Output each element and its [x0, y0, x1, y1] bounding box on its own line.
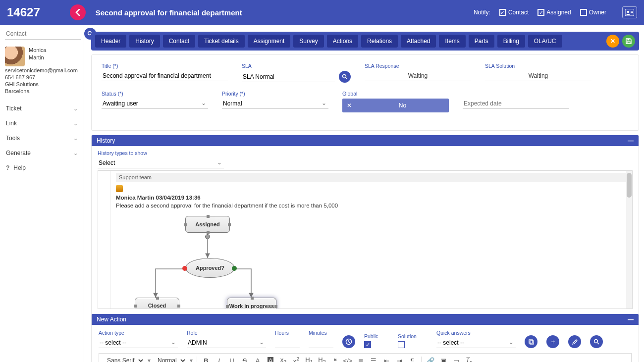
notify-contact-toggle[interactable]: Contact	[499, 9, 529, 16]
global-label: Global	[342, 91, 449, 97]
notify-assigned-toggle[interactable]: Assigned	[537, 9, 571, 16]
sidebar-item-help[interactable]: ?Help	[0, 160, 84, 175]
global-toggle[interactable]: ✕ No	[342, 99, 449, 112]
workflow-node-decision[interactable]: Approved?	[185, 258, 235, 278]
priority-select[interactable]	[222, 99, 328, 109]
code-button[interactable]: </>	[343, 356, 353, 362]
font-color-icon: A	[256, 357, 260, 362]
image-button[interactable]: ▣	[438, 356, 448, 362]
history-types-select[interactable]	[98, 158, 224, 168]
chevron-left-icon	[75, 9, 80, 16]
strike-button[interactable]: S	[240, 356, 250, 362]
history-section-title: History	[97, 137, 115, 144]
font-color-button[interactable]: A	[253, 356, 263, 362]
highlight-button[interactable]: A	[266, 356, 275, 362]
ordered-list-button[interactable]: ≣	[356, 356, 366, 362]
title-input[interactable]	[102, 71, 228, 81]
tab-attached[interactable]: Attached	[401, 35, 436, 48]
indent-button[interactable]: ⇥	[394, 356, 404, 362]
action-type-select[interactable]	[99, 338, 178, 348]
minutes-input[interactable]	[309, 338, 333, 348]
quick-answers-select[interactable]	[436, 338, 516, 348]
svg-rect-6	[627, 42, 630, 43]
save-button[interactable]	[622, 35, 635, 48]
back-button[interactable]	[70, 4, 86, 20]
history-scroll[interactable]: Support team Monica Martin 03/04/2019 13…	[98, 170, 633, 309]
sidebar-item-generate[interactable]: Generate⌄	[0, 146, 84, 160]
subscript-button[interactable]: x2	[278, 356, 288, 362]
rich-text-editor: Sans Serif ▾ Normal ▾ B I U S A A x2	[99, 353, 632, 362]
sla-label: SLA	[242, 63, 351, 69]
contact-last-name: Martin	[29, 54, 46, 61]
sidebar-search	[0, 25, 84, 43]
contact-company: GHI Solutions	[5, 81, 79, 87]
tab-survey[interactable]: Survey	[293, 35, 323, 48]
heading2-button[interactable]: H2	[317, 356, 327, 362]
collapse-button[interactable]: —	[628, 137, 634, 144]
plus-icon: ＋	[550, 337, 556, 346]
tab-history[interactable]: History	[129, 35, 160, 48]
collapse-button[interactable]: —	[628, 316, 634, 323]
tab-rail: Header History Contact Ticket details As…	[91, 32, 639, 51]
heading1-button[interactable]: H1	[304, 356, 314, 362]
tab-ola-uc[interactable]: OLA/UC	[528, 35, 562, 48]
sidebar-item-link[interactable]: Link⌄	[0, 116, 84, 131]
superscript-button[interactable]: x2	[291, 356, 301, 362]
svg-line-9	[346, 78, 347, 79]
search-action-button[interactable]	[590, 335, 603, 348]
timer-button[interactable]	[342, 335, 355, 348]
rtl-button[interactable]: ¶	[407, 356, 417, 362]
video-button[interactable]: ▭	[451, 356, 461, 362]
workflow-node-closed[interactable]: Closed	[135, 298, 179, 309]
outdent-button[interactable]: ⇤	[381, 356, 391, 362]
sidebar-item-ticket[interactable]: Ticket⌄	[0, 101, 84, 116]
tab-parts[interactable]: Parts	[469, 35, 494, 48]
add-button[interactable]: ＋	[546, 335, 559, 348]
sla-select[interactable]	[242, 72, 335, 82]
sidebar-item-tools[interactable]: Tools⌄	[0, 131, 84, 146]
tab-assignment[interactable]: Assignment	[248, 35, 291, 48]
workflow-node-wip[interactable]: Work in progress	[227, 298, 276, 309]
expected-date-input[interactable]	[463, 99, 569, 109]
svg-point-8	[343, 75, 346, 78]
notify-owner-toggle[interactable]: Owner	[580, 9, 606, 16]
tab-billing[interactable]: Billing	[497, 35, 525, 48]
link-button[interactable]: 🔗	[426, 356, 435, 362]
history-entry-author: Monica Martin 03/04/2019 13:36	[116, 195, 627, 201]
role-select[interactable]	[187, 338, 266, 348]
edit-button[interactable]	[568, 335, 581, 348]
contact-search-input[interactable]	[5, 28, 81, 40]
main: Header History Contact Ticket details As…	[84, 25, 644, 362]
tab-relations[interactable]: Relations	[361, 35, 398, 48]
quote-button[interactable]: ❝	[330, 356, 340, 362]
hours-label: Hours	[275, 330, 300, 336]
notify-controls: Notify: Contact Assigned Owner	[474, 6, 637, 18]
sla-search-button[interactable]	[339, 71, 351, 83]
scrollbar[interactable]	[626, 171, 632, 309]
italic-button[interactable]: I	[214, 356, 224, 362]
tab-items[interactable]: Items	[439, 35, 465, 48]
tab-ticket-details[interactable]: Ticket details	[198, 35, 245, 48]
svg-point-1	[627, 11, 630, 13]
font-family-select[interactable]: Sans Serif	[103, 356, 145, 362]
clear-format-button[interactable]: Tx	[464, 356, 474, 362]
tab-header[interactable]: Header	[95, 35, 126, 48]
workflow-node-assigned[interactable]: Assigned	[185, 216, 230, 233]
subscript-icon: x2	[280, 356, 287, 362]
bold-button[interactable]: B	[201, 356, 211, 362]
contact-card-button[interactable]	[622, 6, 637, 18]
status-select[interactable]	[102, 99, 208, 109]
cancel-button[interactable]: ✕	[606, 35, 619, 48]
tab-actions[interactable]: Actions	[327, 35, 358, 48]
copy-button[interactable]	[525, 335, 537, 348]
tab-contact[interactable]: Contact	[163, 35, 195, 48]
solution-checkbox[interactable]	[398, 341, 405, 348]
italic-icon: I	[218, 357, 220, 362]
hours-input[interactable]	[275, 338, 300, 348]
underline-button[interactable]: U	[227, 356, 237, 362]
chevron-down-icon: ⌄	[73, 150, 78, 156]
public-checkbox[interactable]	[364, 341, 371, 348]
outdent-icon: ⇤	[384, 357, 389, 362]
font-size-select[interactable]: Normal	[154, 356, 187, 362]
unordered-list-button[interactable]: ☰	[369, 356, 378, 362]
